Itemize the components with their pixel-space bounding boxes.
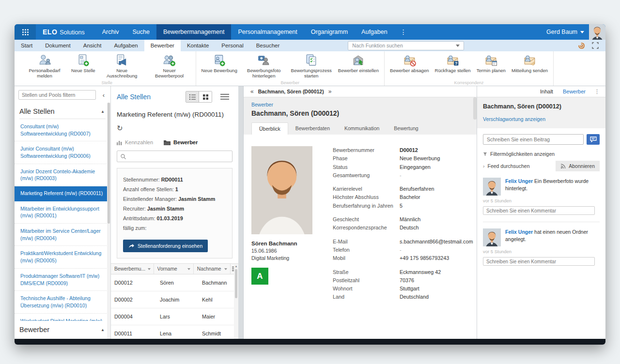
tab-ueberblick[interactable]: Überblick [251, 122, 288, 135]
neue-bewerbung-button[interactable]: Neue Bewerbung [199, 51, 240, 80]
user-avatar[interactable] [589, 24, 605, 40]
rueckfrage-stellen-button[interactable]: ? Rückfrage stellen [432, 51, 474, 80]
job-list-item-selected[interactable]: Marketing Referent (m/w) (RD00011) [15, 186, 110, 201]
ribbon-tab-ansicht[interactable]: Ansicht [77, 40, 108, 51]
job-field-label: fällig zum: [123, 225, 147, 231]
tab-inhalt[interactable]: Inhalt [535, 89, 558, 94]
subscribe-button[interactable]: Abonnieren [556, 161, 600, 171]
record-type-link[interactable]: Bewerber [251, 102, 469, 107]
table-scrollbar[interactable]: ▲ [234, 264, 238, 339]
tab-feed-bewerber[interactable]: Bewerber [558, 89, 590, 94]
column-header-bewerbernummer[interactable]: Bewerbernu... [111, 264, 154, 274]
ribbon-tab-aufgaben[interactable]: Aufgaben [108, 40, 144, 51]
neue-stelle-button[interactable]: Neue Stelle [68, 51, 98, 80]
column-header-nachname[interactable]: Nachname [194, 264, 231, 274]
ribbon-tab-start[interactable]: Start [15, 40, 39, 51]
job-list-item[interactable]: Werkstudent Digital Marketing (m/w) (RD0… [15, 314, 110, 321]
job-list-item[interactable]: Technische Aushilfe - Abteilung Übersetz… [15, 291, 110, 313]
nav-item-personalmanagement[interactable]: Personalmanagement [231, 24, 304, 40]
comment-input[interactable] [483, 257, 595, 266]
comment-input[interactable] [483, 206, 595, 215]
feed-author-link[interactable]: Felix Unger [505, 229, 533, 235]
job-list-item[interactable]: Mitarbeiter im Entwicklungssupport (m/w)… [15, 201, 110, 224]
table-row[interactable]: D00011 Lena Schmidt [111, 325, 238, 339]
collapse-sidebar-icon[interactable]: ‹ [101, 91, 107, 99]
bewerber-einstellen-button[interactable]: Bewerber einstellen [335, 51, 382, 80]
list-view-button[interactable] [186, 91, 199, 102]
tab-kennzahlen[interactable]: Kennzahlen [117, 139, 153, 145]
nav-overflow-icon[interactable]: ⋮ [394, 28, 413, 36]
ribbon-tab-personal[interactable]: Personal [215, 40, 249, 51]
view-requisition-button[interactable]: Stellenanforderung einsehen [123, 240, 208, 252]
section-alle-stellen[interactable]: Alle Stellen ▲ [19, 104, 106, 119]
new-post-input[interactable] [483, 134, 584, 145]
toolbar-item-label: Bewerbungsfoto hinterlegen [243, 68, 285, 79]
applicant-search-input[interactable] [129, 153, 229, 160]
function-search-select[interactable]: Nach Funktion suchen [348, 41, 464, 50]
nav-item-aufgaben[interactable]: Aufgaben [355, 24, 394, 40]
tab-bewertung[interactable]: Bewertung [387, 122, 425, 135]
personalbedarf-melden-button[interactable]: Personalbedarf melden [21, 51, 68, 80]
table-row[interactable]: D00004 Lars Maier [111, 308, 238, 325]
neue-ausschreibung-button[interactable]: Neue Ausschreibung [98, 51, 146, 80]
neuer-bewerberpool-button[interactable]: Neuer Bewerberpool [146, 51, 193, 80]
panel-menu-icon[interactable] [217, 91, 232, 102]
breadcrumb[interactable]: Alle Stellen [117, 93, 151, 101]
ribbon-tab-besucher[interactable]: Besucher [250, 40, 286, 51]
prev-record-icon[interactable]: « [250, 88, 254, 95]
column-header-vorname[interactable]: Vorname [154, 264, 194, 274]
job-list-item[interactable]: Junior Consultant (m/w) Softwareentwickl… [15, 141, 110, 164]
job-list-item[interactable]: Praktikant/Werkstudent Entwicklung (m/w)… [15, 246, 110, 268]
nav-item-bewerbermanagement[interactable]: Bewerbermanagement [156, 24, 231, 40]
feed-author-avatar[interactable] [483, 178, 501, 196]
job-list-item[interactable]: Consultant (m/w) Softwareentwicklung (RD… [15, 119, 110, 141]
jobs-filter-input[interactable] [18, 90, 96, 100]
job-list-item[interactable]: Produktmanager Software/IT (m/w) DMS/ECM… [15, 269, 110, 291]
bewerbungsfoto-hinterlegen-button[interactable]: Bewerbungsfoto hinterlegen [240, 51, 288, 80]
tab-kommunikation[interactable]: Kommunikation [337, 122, 387, 135]
detail-scrollbar[interactable] [473, 97, 477, 120]
show-keywording-link[interactable]: Verschlagwortung anzeigen [483, 116, 600, 122]
submit-post-button[interactable] [587, 134, 600, 145]
ribbon-tab-kontakte[interactable]: Kontakte [181, 40, 215, 51]
grid-view-button[interactable] [199, 91, 212, 102]
termin-planen-button[interactable]: Termin planen [474, 51, 509, 80]
field-label: Geschlecht [333, 215, 400, 224]
next-record-icon[interactable]: » [328, 88, 332, 95]
refresh-icon[interactable]: ↻ [117, 124, 125, 133]
ribbon-toolbar: Personalbedarf melden Neue Stelle Neue A… [15, 51, 605, 86]
user-menu[interactable]: Gerd Baum [542, 29, 589, 35]
applicant-search-field[interactable] [117, 151, 232, 162]
sidebar-scrollbar[interactable] [107, 103, 110, 339]
new-pool-icon [163, 54, 176, 67]
feed-author-link[interactable]: Felix Unger [505, 178, 533, 184]
mitteilung-senden-button[interactable]: Mitteilung senden [509, 51, 551, 80]
field-label: Höchster Abschluss [333, 193, 400, 201]
job-list-item[interactable]: Mitarbeiter im Service Center/Lager (m/w… [15, 224, 110, 246]
nav-item-suche[interactable]: Suche [125, 24, 156, 40]
bewerber-absagen-button[interactable]: Bewerber absagen [387, 51, 432, 80]
job-field-value: Jasmin Stamm [178, 196, 215, 202]
bewertungsprozess-starten-button[interactable]: Bewertungsprozess starten [288, 51, 335, 80]
show-filters-link[interactable]: Filtermöglichkeiten anzeigen [483, 151, 600, 157]
nav-item-archiv[interactable]: Archiv [95, 24, 126, 40]
toolbar-item-label: Neue Ausschreibung [101, 68, 143, 79]
tab-bewerberdaten[interactable]: Bewerberdaten [288, 122, 337, 135]
section-bewerber[interactable]: Bewerber ▲ [19, 322, 106, 337]
chevron-up-icon: ▲ [101, 109, 105, 114]
search-feed-link[interactable]: › Feed durchsuchen [483, 163, 529, 169]
table-row[interactable]: D00012 Sören Bachmann [111, 274, 238, 291]
cell-bewerbernummer: D00004 [111, 308, 156, 325]
feed-author-avatar[interactable] [483, 228, 501, 246]
fullscreen-icon[interactable] [592, 42, 599, 49]
feed-menu-icon[interactable]: ⋮ [590, 89, 604, 95]
apps-grid-icon[interactable] [15, 24, 36, 40]
field-label: Bewerbernummer [333, 146, 400, 154]
table-row[interactable]: D00002 Joachim Kehl [111, 291, 238, 308]
elo-assistant-icon[interactable] [578, 42, 585, 49]
nav-item-organigramm[interactable]: Organigramm [304, 24, 355, 40]
ribbon-tab-dokument[interactable]: Dokument [39, 40, 77, 51]
ribbon-tab-bewerber[interactable]: Bewerber [144, 40, 181, 51]
job-list-item[interactable]: Junior Dozent Contelo-Akademie (m/w) (RD… [15, 164, 110, 186]
tab-bewerber[interactable]: Bewerber [164, 139, 198, 145]
